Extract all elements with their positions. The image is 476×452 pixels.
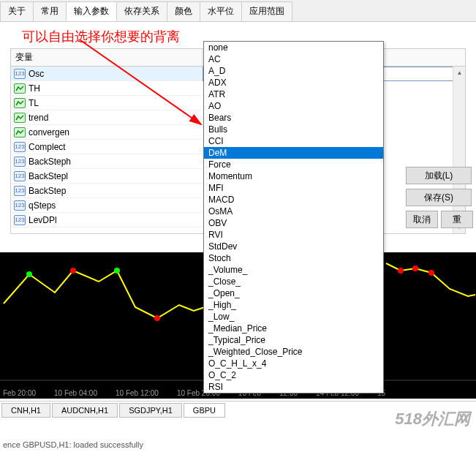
param-label: BackStep: [29, 186, 66, 196]
dropdown-option-ATR[interactable]: ATR: [204, 88, 383, 100]
dropdown-option-OBV[interactable]: OBV: [204, 217, 383, 229]
dropdown-option-_Close_[interactable]: _Close_: [204, 276, 383, 287]
dropdown-option-Stoch[interactable]: Stoch: [204, 252, 383, 264]
dropdown-option-O_C_H_L_x_4[interactable]: O_C_H_L_x_4: [204, 358, 383, 369]
svg-point-6: [412, 265, 418, 271]
chart-type-icon: [14, 113, 26, 123]
symbol-tab-SGDJPY,H1[interactable]: SGDJPY,H1: [119, 403, 182, 418]
tab-常用[interactable]: 常用: [33, 1, 67, 21]
param-label: qSteps: [29, 200, 56, 211]
chart-type-icon: [14, 83, 26, 94]
dropdown-option-_Weighted_Close_Price[interactable]: _Weighted_Close_Price: [204, 346, 383, 358]
svg-point-3: [114, 268, 120, 274]
number-type-icon: 123: [14, 186, 26, 196]
number-type-icon: 123: [14, 171, 26, 181]
dropdown-option-RVI[interactable]: RVI: [204, 229, 383, 241]
annotation-text: 可以自由选择你想要的背离: [22, 28, 180, 45]
dropdown-options-list[interactable]: noneACA_DADXATRAOBearsBullsCCIDeMForceMo…: [203, 41, 384, 393]
time-label: 10 Feb 12:00: [116, 389, 159, 397]
tab-bar: 关于常用输入参数依存关系颜色水平位应用范围: [0, 0, 476, 22]
number-type-icon: 123: [14, 142, 26, 152]
number-type-icon: 123: [14, 215, 26, 225]
number-type-icon: 123: [14, 157, 26, 167]
dropdown-option-none[interactable]: none: [204, 42, 383, 53]
param-row-Osc[interactable]: 123Osc: [11, 67, 203, 81]
tab-输入参数[interactable]: 输入参数: [66, 1, 117, 21]
number-type-icon: 123: [14, 69, 26, 79]
dropdown-option-RSI[interactable]: RSI: [204, 381, 383, 393]
dropdown-option-Momentum[interactable]: Momentum: [204, 170, 383, 182]
param-row-LevDPl[interactable]: 123LevDPl: [11, 213, 203, 227]
param-row-TH[interactable]: TH: [11, 81, 203, 96]
dropdown-option-_Median_Price[interactable]: _Median_Price: [204, 323, 383, 334]
param-label: TL: [29, 98, 39, 108]
tab-关于[interactable]: 关于: [0, 1, 34, 21]
dropdown-option-ADX[interactable]: ADX: [204, 77, 383, 88]
cancel-button[interactable]: 取消: [406, 211, 438, 228]
param-row-TL[interactable]: TL: [11, 96, 203, 110]
time-label: Feb 20:00: [3, 389, 36, 397]
symbol-tab-AUDCNH,H1[interactable]: AUDCNH,H1: [52, 403, 118, 418]
column-variable: 变量: [11, 49, 203, 66]
dropdown-option-AO[interactable]: AO: [204, 100, 383, 112]
svg-point-4: [154, 315, 160, 321]
save-button[interactable]: 保存(S): [406, 189, 472, 206]
svg-point-5: [398, 268, 404, 274]
param-row-BackSteph[interactable]: 123BackSteph: [11, 154, 203, 169]
chart-type-icon: [14, 127, 26, 138]
load-button[interactable]: 加载(L): [406, 167, 472, 184]
param-label: convergen: [29, 127, 69, 138]
param-row-qSteps[interactable]: 123qSteps: [11, 198, 203, 213]
watermark: 518外汇网: [395, 408, 470, 430]
param-row-trend[interactable]: trend: [11, 110, 203, 125]
dropdown-option-A_D[interactable]: A_D: [204, 65, 383, 77]
time-label: 10 Feb 04:00: [54, 389, 97, 397]
param-label: trend: [29, 113, 48, 123]
param-row-Complect[interactable]: 123Complect: [11, 140, 203, 154]
dropdown-option-OsMA[interactable]: OsMA: [204, 206, 383, 217]
dropdown-option-_Volume_[interactable]: _Volume_: [204, 264, 383, 276]
tab-颜色[interactable]: 颜色: [167, 1, 200, 21]
param-label: TH: [29, 83, 40, 94]
dropdown-option-DeM[interactable]: DeM: [204, 147, 383, 159]
svg-point-1: [26, 271, 32, 277]
dropdown-option-CCI[interactable]: CCI: [204, 135, 383, 147]
dropdown-option-_Low_[interactable]: _Low_: [204, 311, 383, 323]
right-button-panel: 加载(L) 保存(S) 取消 重: [406, 167, 473, 228]
tab-应用范围[interactable]: 应用范围: [241, 1, 292, 21]
dropdown-option-_Open_[interactable]: _Open_: [204, 287, 383, 299]
dropdown-option-O_C_2[interactable]: O_C_2: [204, 369, 383, 381]
dropdown-option-AC[interactable]: AC: [204, 53, 383, 65]
svg-point-7: [428, 270, 434, 276]
param-row-BackStepl[interactable]: 123BackStepl: [11, 169, 203, 184]
dropdown-option-MFI[interactable]: MFI: [204, 182, 383, 194]
dropdown-option-Bears[interactable]: Bears: [204, 112, 383, 124]
svg-point-2: [70, 268, 76, 274]
param-label: BackSteph: [29, 157, 71, 167]
tab-依存关系[interactable]: 依存关系: [116, 1, 167, 21]
dropdown-option-StdDev[interactable]: StdDev: [204, 241, 383, 252]
symbol-tab-GBPU[interactable]: GBPU: [184, 403, 225, 418]
symbol-tab-CNH,H1[interactable]: CNH,H1: [1, 403, 50, 418]
chart-type-icon: [14, 98, 26, 108]
number-type-icon: 123: [14, 200, 26, 211]
dropdown-option-MACD[interactable]: MACD: [204, 194, 383, 206]
param-label: Complect: [29, 142, 66, 152]
scroll-up-icon[interactable]: ▲: [453, 67, 466, 79]
reset-button[interactable]: 重: [441, 211, 473, 228]
dropdown-option-Bulls[interactable]: Bulls: [204, 124, 383, 135]
param-label: Osc: [29, 69, 44, 79]
param-label: LevDPl: [29, 215, 57, 225]
tab-水平位[interactable]: 水平位: [200, 1, 242, 21]
dropdown-option-_High_[interactable]: _High_: [204, 299, 383, 311]
status-bar: ence GBPUSD,H1: loaded successfully: [3, 440, 143, 449]
param-label: BackStepl: [29, 171, 68, 181]
dropdown-option-Force[interactable]: Force: [204, 159, 383, 170]
param-row-BackStep[interactable]: 123BackStep: [11, 184, 203, 198]
params-list: 123OscTHTLtrendconvergen123Complect123Ba…: [11, 67, 203, 233]
param-row-convergen[interactable]: convergen: [11, 125, 203, 140]
dropdown-option-_Typical_Price[interactable]: _Typical_Price: [204, 334, 383, 346]
